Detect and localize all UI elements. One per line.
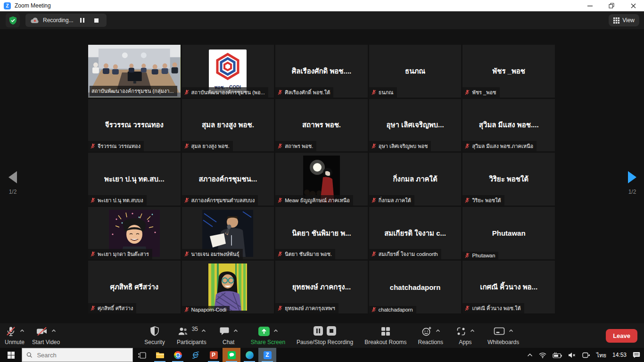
participant-name-center: สุมล ยางสูง พอช. bbox=[202, 119, 254, 131]
participant-tile[interactable]: ยุทธพงษ์ ภาคกรุง... ยุทธพงษ์ ภาคกรุงเทพฯ bbox=[275, 261, 368, 313]
participant-tile[interactable]: สถาบันพัฒนาองค์กรชุมชน (กลุ่มงา... bbox=[88, 45, 181, 98]
participant-tile[interactable]: Phutawan Phutawan bbox=[462, 207, 555, 260]
taskbar-file-explorer[interactable] bbox=[151, 348, 169, 362]
chrome-icon bbox=[174, 351, 182, 359]
stop-recording-button[interactable] bbox=[91, 16, 102, 25]
meet-now-icon[interactable] bbox=[582, 352, 590, 358]
participant-label-text: วิริยะ พอชใต้ bbox=[472, 196, 501, 205]
leave-button[interactable]: Leave bbox=[606, 329, 637, 343]
pause-recording-button[interactable] bbox=[77, 16, 88, 25]
taskbar-line[interactable] bbox=[223, 348, 240, 362]
participants-button[interactable]: 35 Participants bbox=[177, 323, 206, 348]
prev-page-arrow-icon bbox=[8, 171, 18, 184]
breakout-rooms-button[interactable]: Breakout Rooms bbox=[364, 323, 406, 348]
participant-label-text: เกศณี คิ้วนาง พอช.ใต้ bbox=[472, 304, 520, 313]
participant-tile[interactable]: นิตยา ชันพิมาย พ... นิตยา ชันพิมาย พอช. bbox=[275, 207, 368, 260]
participant-label-text: สภาองค์กรชุมชนตำบลสบบง bbox=[191, 196, 255, 205]
chat-chevron-icon[interactable] bbox=[233, 329, 238, 332]
participant-label: สถาบันพัฒนาองค์กรชุมชน (กลุ่มงา... bbox=[90, 86, 177, 96]
participant-label-text: chatchadaporn bbox=[379, 307, 413, 313]
start-video-button[interactable]: Start Video bbox=[32, 323, 60, 348]
window-close-button[interactable] bbox=[622, 0, 644, 11]
battery-charging-icon[interactable] bbox=[553, 352, 562, 358]
recording-stop-icon[interactable] bbox=[326, 326, 337, 336]
clock[interactable]: 14:53 bbox=[612, 352, 627, 358]
participants-chevron-icon[interactable] bbox=[201, 329, 206, 332]
participant-tile[interactable]: ธนภณ ธนภณ bbox=[369, 45, 462, 98]
taskbar-search[interactable] bbox=[22, 348, 133, 362]
taskbar-internet-explorer[interactable] bbox=[187, 348, 205, 362]
apps-button[interactable]: Apps bbox=[454, 323, 476, 348]
file-explorer-icon bbox=[156, 352, 164, 359]
reactions-chevron-icon[interactable] bbox=[436, 329, 440, 332]
taskbar-chrome[interactable] bbox=[169, 348, 187, 362]
participant-label-text: สุวิมล มีแสง พอช.ภาคเหนือ bbox=[472, 142, 533, 150]
video-chevron-icon[interactable] bbox=[51, 329, 56, 332]
view-label: View bbox=[622, 17, 635, 24]
search-input[interactable] bbox=[36, 351, 128, 359]
participant-tile[interactable]: ศิลเรืองศักดิ พอช.... ศิลเรืองศักดิ์ พอช… bbox=[275, 45, 368, 98]
window-restore-button[interactable] bbox=[601, 0, 622, 11]
participant-tile[interactable]: สุมล ยางสูง พอช. สุมล ยางสูง พอช. bbox=[182, 99, 274, 152]
whiteboards-chevron-icon[interactable] bbox=[509, 329, 513, 332]
next-page-button[interactable]: 1/2 bbox=[627, 171, 637, 195]
participant-tile[interactable]: พะเยา ป.นุ ทต.สบ... พะเยา ป.นุ ทต.สบบง bbox=[88, 153, 181, 206]
participant-tile[interactable]: สภาองค์กรชุมชน... สภาองค์กรชุมชนตำบลสบบง bbox=[182, 153, 274, 206]
participant-tile[interactable]: อุษา เลิศเจริญพบ... อุษา เลิศเจริญพบ พอช bbox=[369, 99, 462, 152]
participant-tile[interactable]: สุวิมล มีแสง พอช.... สุวิมล มีแสง พอช.ภา… bbox=[462, 99, 555, 152]
whiteboards-button[interactable]: Whiteboards bbox=[487, 323, 519, 348]
mic-muted-icon bbox=[5, 326, 17, 337]
participant-tile[interactable]: สมเกียรติ ใจงาม c... สมเกียรติ์ ใจงาม co… bbox=[369, 207, 462, 260]
participant-tile[interactable]: Napaporn-Codi bbox=[182, 261, 274, 313]
participant-tile[interactable]: จีรวรรณ วรรณทอง จีรวรรณ วรรณทอง bbox=[88, 99, 181, 152]
participant-label: นิตยา ชันพิมาย พอช. bbox=[275, 249, 335, 259]
taskbar-powerpoint[interactable]: P bbox=[205, 348, 223, 362]
participant-label: Napaporn-Codi bbox=[182, 306, 230, 313]
participant-tile[interactable]: พะเยา มุกดา อินต๊ะสาร bbox=[88, 207, 181, 260]
window-minimize-button[interactable] bbox=[579, 0, 601, 11]
participant-name-center: Phutawan bbox=[492, 229, 526, 237]
chat-button[interactable]: Chat bbox=[218, 323, 239, 348]
reactions-button[interactable]: Reactions bbox=[418, 323, 443, 348]
muted-mic-icon bbox=[371, 197, 377, 203]
encryption-shield-button[interactable] bbox=[6, 13, 20, 27]
participant-tile[interactable]: พอช. - CODI สถาบันพัฒนาองค์กรชุมชน (พอ..… bbox=[182, 45, 274, 98]
volume-muted-icon[interactable] bbox=[568, 352, 576, 358]
taskbar-edge[interactable] bbox=[240, 348, 258, 362]
camera-muted-icon bbox=[36, 326, 48, 337]
share-chevron-icon[interactable] bbox=[273, 329, 278, 332]
view-button[interactable]: View bbox=[609, 14, 639, 26]
participant-tile[interactable]: chatchadaporn chatchadaporn bbox=[369, 261, 462, 313]
participant-tile[interactable]: สถาพร พอช. สถาพร พอช. bbox=[275, 99, 368, 152]
meeting-toolbar: Unmute Start Video Security bbox=[0, 323, 644, 348]
task-view-button[interactable] bbox=[133, 348, 151, 362]
participant-name-center: สภาองค์กรชุมชน... bbox=[198, 173, 257, 185]
wifi-icon[interactable] bbox=[539, 352, 546, 358]
security-button[interactable]: Security bbox=[144, 323, 165, 348]
participant-label: สุมล ยางสูง พอช. bbox=[182, 141, 233, 151]
participant-tile[interactable]: เกศณี คิ้วนาง พอ... เกศณี คิ้วนาง พอช.ใต… bbox=[462, 261, 555, 313]
participant-tile[interactable]: นายเจน อมรพงษ์พันธุ์ bbox=[182, 207, 274, 260]
prev-page-button[interactable]: 1/2 bbox=[8, 171, 18, 195]
action-center-icon[interactable] bbox=[633, 352, 640, 358]
participant-tile[interactable]: ศุภสิทธิ ศรีสว่าง ศุภสิทธิ์ ศรีสว่าง bbox=[88, 261, 181, 313]
apps-chevron-icon[interactable] bbox=[470, 329, 475, 332]
participant-label: Phutawan bbox=[462, 252, 498, 259]
participant-tile[interactable]: วิริยะ พอชใต้ วิริยะ พอชใต้ bbox=[462, 153, 555, 206]
start-button[interactable] bbox=[0, 348, 22, 362]
share-screen-button[interactable]: Share Screen bbox=[251, 323, 285, 348]
participant-tile[interactable]: กิ่งกมล ภาคใต้ กิ่งกมล ภาคใต้ bbox=[369, 153, 462, 206]
unmute-button[interactable]: Unmute bbox=[4, 323, 25, 348]
muted-mic-icon bbox=[90, 143, 96, 149]
pause-stop-recording-button[interactable]: Pause/Stop Recording bbox=[297, 323, 353, 348]
participant-tile[interactable]: Meaw ธัญญลักษณ์ ภาคเหนือ bbox=[275, 153, 368, 206]
recording-pause-icon[interactable] bbox=[313, 326, 323, 336]
participant-label-text: สถาบันพัฒนาองค์กรชุมชน (กลุ่มงา... bbox=[91, 87, 174, 95]
taskbar-zoom[interactable]: Z bbox=[258, 348, 276, 362]
language-indicator[interactable]: ไทย bbox=[596, 351, 606, 360]
participant-tile[interactable]: พัชร _พอช พัชร _พอช bbox=[462, 45, 555, 98]
tray-hidden-icons-chevron[interactable] bbox=[527, 353, 533, 357]
video-grid-area: สถาบันพัฒนาองค์กรชุมชน (กลุ่มงา... พอช. … bbox=[0, 29, 644, 323]
unmute-chevron-icon[interactable] bbox=[20, 329, 25, 332]
muted-mic-icon bbox=[371, 307, 377, 313]
